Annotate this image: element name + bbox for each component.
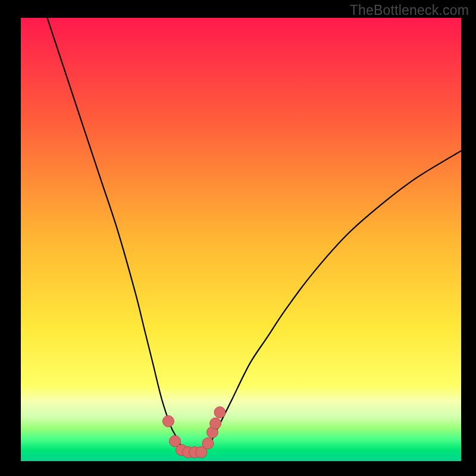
curve-marker	[214, 407, 226, 418]
curve-marker	[162, 415, 174, 427]
highlighted-points	[162, 407, 226, 458]
plot-area	[21, 18, 461, 461]
bottleneck-curve	[21, 18, 461, 461]
curve-marker	[210, 418, 221, 429]
watermark-text: TheBottleneck.com	[350, 2, 469, 18]
chart-frame: TheBottleneck.com	[0, 0, 476, 476]
curve-marker	[202, 438, 214, 449]
